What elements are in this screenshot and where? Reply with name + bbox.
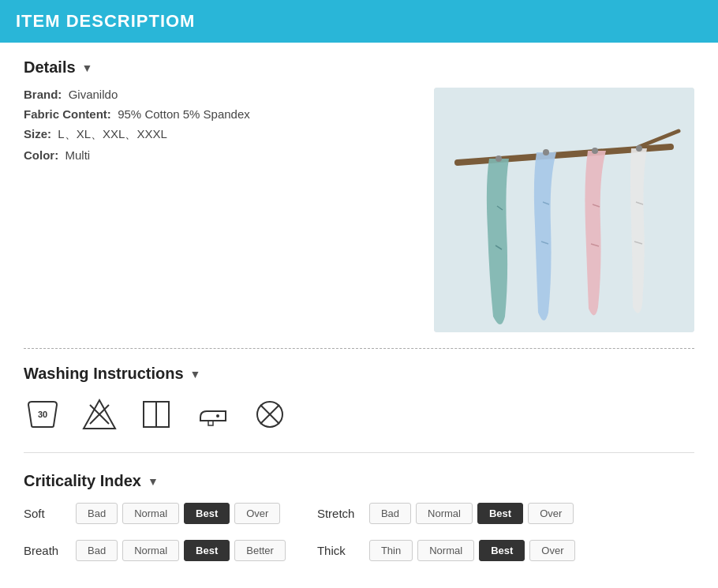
washing-icons-row: 30: [24, 395, 694, 433]
criticality-right-col: Stretch Bad Normal Best Over Thick Thin …: [317, 503, 576, 569]
breath-row: Breath Bad Normal Best Better: [24, 540, 286, 561]
main-content: Details ▼ Brand: Givanildo Fabric Conten…: [0, 58, 718, 588]
stretch-over-btn[interactable]: Over: [528, 503, 574, 524]
svg-rect-0: [434, 88, 694, 332]
size-value: L、XL、XXL、XXXL: [58, 127, 166, 140]
size-label: Size:: [24, 127, 51, 140]
color-label: Color:: [24, 148, 58, 162]
svg-point-11: [495, 155, 502, 162]
details-chevron-icon: ▼: [82, 62, 93, 74]
page-title: ITEM DESCRIPTIOM: [16, 11, 702, 32]
thick-best-btn[interactable]: Best: [479, 540, 525, 561]
svg-point-22: [216, 414, 219, 418]
criticality-chevron-icon: ▼: [148, 475, 159, 488]
details-divider: [24, 348, 694, 349]
soft-label: Soft: [24, 507, 71, 520]
details-title: Details: [24, 58, 76, 77]
thick-normal-btn[interactable]: Normal: [417, 540, 474, 561]
thick-row: Thick Thin Normal Best Over: [317, 540, 576, 561]
washing-chevron-icon: ▼: [190, 368, 201, 380]
color-value: Multi: [65, 148, 91, 162]
svg-point-14: [636, 145, 642, 152]
iron-low-icon: [194, 395, 232, 433]
wash-30-icon: 30: [24, 395, 62, 433]
svg-point-12: [543, 149, 549, 155]
breath-better-btn[interactable]: Better: [234, 540, 286, 561]
details-content: Brand: Givanildo Fabric Content: 95% Cot…: [24, 88, 694, 332]
fabric-value: 95% Cotton 5% Spandex: [118, 107, 250, 121]
criticality-section: Criticality Index ▼ Soft Bad Normal Best…: [24, 472, 694, 569]
soft-best-btn[interactable]: Best: [184, 503, 230, 524]
no-bleach-icon: [80, 395, 118, 433]
soft-row: Soft Bad Normal Best Over: [24, 503, 286, 524]
brand-value: Givanildo: [69, 88, 118, 101]
no-tumble-dry-icon: [251, 395, 289, 433]
svg-point-13: [592, 148, 598, 154]
svg-text:30: 30: [38, 410, 47, 419]
product-image: [434, 88, 694, 332]
criticality-title: Criticality Index: [24, 472, 141, 490]
soft-normal-btn[interactable]: Normal: [122, 503, 179, 524]
stretch-row: Stretch Bad Normal Best Over: [317, 503, 576, 524]
details-section-header: Details ▼: [24, 58, 694, 77]
stretch-normal-btn[interactable]: Normal: [416, 503, 473, 524]
breath-label: Breath: [24, 544, 71, 557]
stretch-best-btn[interactable]: Best: [477, 503, 523, 524]
criticality-section-header: Criticality Index ▼: [24, 472, 694, 490]
thick-thin-btn[interactable]: Thin: [369, 540, 413, 561]
product-image-svg: [434, 88, 694, 332]
brand-line: Brand: Givanildo: [24, 88, 410, 101]
soft-over-btn[interactable]: Over: [234, 503, 280, 524]
fabric-label: Fabric Content:: [24, 107, 111, 121]
soft-bad-btn[interactable]: Bad: [76, 503, 118, 524]
washing-title: Washing Instructions: [24, 365, 184, 383]
fabric-line: Fabric Content: 95% Cotton 5% Spandex: [24, 107, 410, 121]
criticality-rows-container: Soft Bad Normal Best Over Breath Bad Nor…: [24, 503, 694, 569]
thick-over-btn[interactable]: Over: [529, 540, 575, 561]
brand-label: Brand:: [24, 88, 62, 101]
stretch-label: Stretch: [317, 507, 365, 520]
size-line: Size: L、XL、XXL、XXXL: [24, 127, 410, 142]
washing-section-header: Washing Instructions ▼: [24, 365, 694, 383]
breath-best-btn[interactable]: Best: [184, 540, 230, 561]
color-line: Color: Multi: [24, 148, 410, 162]
header-bar: ITEM DESCRIPTIOM: [0, 0, 718, 43]
washing-divider: [24, 452, 694, 453]
details-text-block: Brand: Givanildo Fabric Content: 95% Cot…: [24, 88, 410, 332]
thick-label: Thick: [317, 544, 365, 557]
breath-bad-btn[interactable]: Bad: [76, 540, 118, 561]
stretch-bad-btn[interactable]: Bad: [369, 503, 411, 524]
criticality-left-col: Soft Bad Normal Best Over Breath Bad Nor…: [24, 503, 286, 569]
dry-clean-icon: [137, 395, 175, 433]
breath-normal-btn[interactable]: Normal: [122, 540, 179, 561]
